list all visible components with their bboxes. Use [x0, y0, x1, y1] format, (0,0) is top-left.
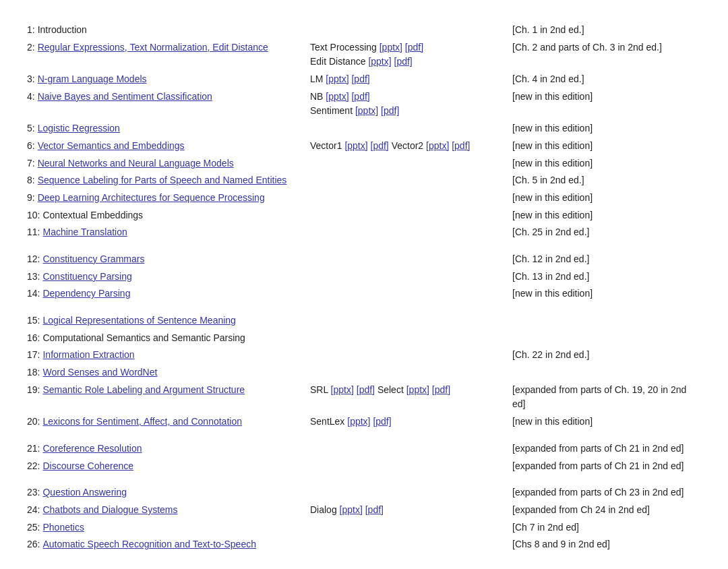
chapter-number: 8:: [27, 175, 35, 185]
chapter-link[interactable]: Coreference Resolution: [42, 443, 142, 454]
chapter-link[interactable]: Logistic Regression: [38, 123, 120, 133]
slides-cell: [310, 251, 512, 268]
slides-cell: Dialog [pptx] [pdf]: [310, 502, 512, 519]
table-row: 5:Logistic Regression[new in this editio…: [27, 120, 701, 138]
pptx-link[interactable]: [pptx]: [426, 140, 449, 151]
slides-cell: [310, 347, 512, 364]
chapter-cell: 1:Introduction: [27, 22, 310, 39]
chapter-number: 2:: [27, 42, 35, 53]
pptx-link[interactable]: [pptx]: [368, 56, 391, 67]
chapter-cell: 14:Dependency Parsing: [27, 285, 310, 303]
pdf-link[interactable]: [pdf]: [351, 73, 369, 84]
pptx-link[interactable]: [pptx]: [380, 42, 402, 53]
pptx-link[interactable]: [pptx]: [355, 105, 378, 116]
table-row: 23:Question Answering[expanded from part…: [27, 484, 701, 502]
chapter-link[interactable]: Machine Translation: [42, 227, 127, 237]
slides-cell: SRL [pptx] [pdf] Select [pptx] [pdf]: [310, 382, 512, 413]
pdf-link[interactable]: [pdf]: [351, 91, 369, 102]
chapter-link[interactable]: Vector Semantics and Embeddings: [38, 140, 185, 151]
appendix-note-row: Appendix Chapters (will be just on the w…: [27, 563, 701, 569]
chapter-cell: 18:Word Senses and WordNet: [27, 364, 310, 382]
chapter-cell: 24:Chatbots and Dialogue Systems: [27, 502, 310, 519]
pptx-link[interactable]: [pptx]: [340, 504, 363, 515]
chapter-link[interactable]: Discourse Coherence: [42, 460, 133, 471]
chapter-cell: 7:Neural Networks and Neural Language Mo…: [27, 155, 310, 173]
relation-cell: [new in this edition]: [512, 120, 701, 138]
table-row: 7:Neural Networks and Neural Language Mo…: [27, 155, 701, 173]
slides-cell: [310, 484, 512, 502]
table-row: 4:Naive Bayes and Sentiment Classificati…: [27, 88, 701, 120]
chapter-link[interactable]: Lexicons for Sentiment, Affect, and Conn…: [42, 416, 241, 427]
chapter-cell: 11:Machine Translation: [27, 224, 310, 241]
chapter-link[interactable]: Information Extraction: [42, 349, 134, 360]
table-row: 1:Introduction[Ch. 1 in 2nd ed.]: [27, 22, 701, 39]
chapter-link[interactable]: Question Answering: [42, 487, 127, 498]
chapter-title: Contextual Embeddings: [42, 210, 143, 220]
slides-cell: [310, 312, 512, 330]
chapter-number: 17:: [27, 349, 40, 360]
relation-cell: [Ch. 13 in 2nd ed.]: [512, 268, 701, 286]
table-row: 20:Lexicons for Sentiment, Affect, and C…: [27, 413, 701, 431]
table-row: 15:Logical Representations of Sentence M…: [27, 312, 701, 330]
chapter-link[interactable]: Chatbots and Dialogue Systems: [42, 504, 177, 515]
pptx-link[interactable]: [pptx]: [326, 73, 348, 84]
pdf-link[interactable]: [pdf]: [357, 384, 375, 395]
slides-cell: [310, 224, 512, 241]
pdf-link[interactable]: [pdf]: [381, 105, 399, 116]
pptx-link[interactable]: [pptx]: [326, 91, 348, 102]
table-row: 18:Word Senses and WordNet: [27, 364, 701, 382]
chapter-cell: 5:Logistic Regression: [27, 120, 310, 138]
chapter-link[interactable]: Sequence Labeling for Parts of Speech an…: [38, 175, 287, 185]
table-row: 25:Phonetics[Ch 7 in 2nd ed]: [27, 519, 701, 537]
chapter-cell: 20:Lexicons for Sentiment, Affect, and C…: [27, 413, 310, 431]
pdf-link[interactable]: [pdf]: [365, 504, 384, 515]
relation-cell: [expanded from parts of Ch 21 in 2nd ed]: [512, 458, 701, 475]
table-row: 6:Vector Semantics and EmbeddingsVector1…: [27, 138, 701, 155]
chapter-cell: 9:Deep Learning Architectures for Sequen…: [27, 189, 310, 207]
chapter-link[interactable]: Constituency Grammars: [42, 253, 144, 264]
chapter-link[interactable]: Constituency Parsing: [42, 271, 131, 282]
chapter-number: 15:: [27, 315, 40, 326]
chapter-link[interactable]: Naive Bayes and Sentiment Classification: [38, 91, 212, 102]
slides-cell: LM [pptx] [pdf]: [310, 71, 512, 88]
table-row: 12:Constituency Grammars[Ch. 12 in 2nd e…: [27, 251, 701, 268]
chapter-link[interactable]: Automatic Speech Recognition and Text-to…: [42, 539, 256, 549]
chapter-link[interactable]: Semantic Role Labeling and Argument Stru…: [42, 384, 245, 395]
chapter-cell: 26:Automatic Speech Recognition and Text…: [27, 536, 310, 553]
chapter-link[interactable]: Deep Learning Architectures for Sequence…: [38, 192, 265, 203]
chapter-link[interactable]: Phonetics: [42, 522, 84, 533]
chapter-number: 21:: [27, 443, 40, 454]
relation-cell: [new in this edition]: [512, 155, 701, 173]
pdf-link[interactable]: [pdf]: [394, 56, 413, 67]
chapter-link[interactable]: Word Senses and WordNet: [42, 367, 157, 378]
pdf-link[interactable]: [pdf]: [432, 384, 450, 395]
relation-cell: [Ch. 4 in 2nd ed.]: [512, 71, 701, 88]
table-row: 2:Regular Expressions, Text Normalizatio…: [27, 39, 701, 71]
pptx-link[interactable]: [pptx]: [347, 416, 370, 427]
chapter-title: Introduction: [38, 24, 87, 35]
table-row: 9:Deep Learning Architectures for Sequen…: [27, 189, 701, 207]
header-relation: [512, 13, 701, 22]
pdf-link[interactable]: [pdf]: [405, 42, 423, 53]
section-gap: [27, 475, 701, 484]
chapter-number: 18:: [27, 367, 40, 378]
relation-cell: [Ch. 1 in 2nd ed.]: [512, 22, 701, 39]
pptx-link[interactable]: [pptx]: [331, 384, 354, 395]
chapter-cell: 19:Semantic Role Labeling and Argument S…: [27, 382, 310, 413]
chapter-number: 26:: [27, 539, 40, 549]
relation-cell: [Ch. 2 and parts of Ch. 3 in 2nd ed.]: [512, 39, 701, 71]
chapter-link[interactable]: Logical Representations of Sentence Mean…: [42, 315, 235, 326]
pdf-link[interactable]: [pdf]: [373, 416, 391, 427]
chapter-link[interactable]: N-gram Language Models: [38, 73, 147, 84]
table-row: 14:Dependency Parsing[new in this editio…: [27, 285, 701, 303]
chapter-link[interactable]: Dependency Parsing: [42, 288, 130, 299]
chapter-link[interactable]: Neural Networks and Neural Language Mode…: [38, 158, 234, 169]
pptx-link[interactable]: [pptx]: [344, 140, 367, 151]
pdf-link[interactable]: [pdf]: [452, 140, 470, 151]
chapter-number: 3:: [27, 73, 35, 84]
slides-cell: Text Processing [pptx] [pdf]Edit Distanc…: [310, 39, 512, 71]
slides-cell: [310, 155, 512, 173]
pptx-link[interactable]: [pptx]: [406, 384, 429, 395]
pdf-link[interactable]: [pdf]: [371, 140, 389, 151]
chapter-link[interactable]: Regular Expressions, Text Normalization,…: [38, 42, 268, 53]
